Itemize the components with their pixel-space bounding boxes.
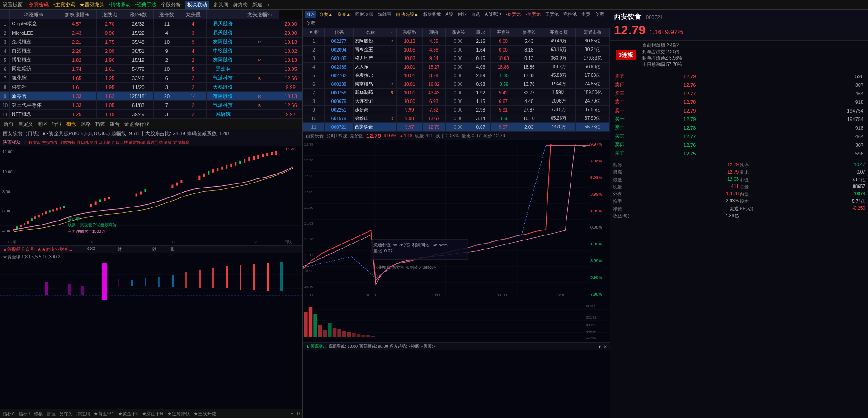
middle-tab-9[interactable]: 自选 bbox=[470, 11, 481, 18]
list-item[interactable]: 4 002336 人人乐 10.01 15.27 0.00 4.06 18.86… bbox=[303, 63, 610, 71]
table-row[interactable]: 1 Chiplet概念 4.57 2.70 26/32 11 4 易天股份 20… bbox=[0, 19, 302, 28]
table-row[interactable]: 4 白酒概念 2.20 2.09 38/51 9 4 中锐股份 10.02 bbox=[0, 47, 302, 56]
filter-tab-所有[interactable]: 所有 bbox=[2, 120, 15, 128]
ask-price[interactable]: 12.77 bbox=[682, 89, 763, 98]
filter-tab-地区[interactable]: 地区 bbox=[36, 120, 49, 128]
toolbar-管理[interactable]: 管理 bbox=[47, 411, 56, 417]
ask-price[interactable]: 12.76 bbox=[682, 80, 763, 89]
col-avg-change[interactable]: 均涨幅% bbox=[10, 10, 57, 19]
col-换手%[interactable]: 换手% bbox=[516, 28, 542, 37]
col-weighted-change[interactable]: 加权涨幅% bbox=[57, 10, 96, 19]
ask-price[interactable]: 12.79 bbox=[682, 72, 763, 80]
col-开盘%[interactable]: 开盘% bbox=[491, 28, 516, 37]
toolbar-★黄金甲1[interactable]: ★黄金甲1 bbox=[94, 411, 114, 417]
bid-price[interactable]: 12.76 bbox=[682, 141, 763, 149]
col-limit[interactable]: 涨停数 bbox=[154, 10, 180, 19]
table-row[interactable]: 9 新零售 1.33 1.62 125/181 20 14 友阿股份 R 10.… bbox=[0, 92, 302, 101]
filter-tab-证监会行业[interactable]: 证监会行业 bbox=[123, 120, 151, 128]
col-leader[interactable]: 龙头股 bbox=[180, 10, 206, 19]
list-item[interactable]: 5 002762 金发拉比 10.01 8.79 0.00 2.89 -1.00… bbox=[303, 71, 610, 80]
table-row[interactable]: 5 博彩概念 1.82 1.90 15/19 2 2 友阿股份 R 10.13 bbox=[0, 56, 302, 65]
nav-power-rank[interactable]: 势力榜 bbox=[233, 1, 248, 8]
col-▼ 指[interactable]: ▼ 指 bbox=[303, 28, 325, 37]
list-item[interactable]: 6 600238 海南椰岛 R 10.01 16.82 0.00 0.98 -0… bbox=[303, 80, 610, 89]
list-item[interactable]: 2 002094 青岛金王 10.05 4.38 0.00 1.64 0.00 … bbox=[303, 46, 610, 54]
toolbar-指标B[interactable]: 指标B bbox=[19, 411, 31, 417]
col-up5[interactable]: 涨5%数 bbox=[123, 10, 154, 19]
middle-tab-15[interactable]: 主宽 bbox=[580, 11, 592, 18]
toolbar-指标A[interactable]: 指标A bbox=[3, 411, 15, 417]
list-item[interactable]: 7 000756 新华制药 R 10.01 43.43 0.00 1.92 5.… bbox=[303, 89, 610, 97]
table-row[interactable]: 11 NFT概念 1.25 1.15 39/49 3 2 风语筑 9.97 bbox=[0, 110, 302, 119]
col-量比[interactable]: 量比 bbox=[471, 28, 491, 37]
middle-tab-4[interactable]: 短线宝 bbox=[377, 11, 393, 18]
nav-stock-analysis[interactable]: 个股分析 bbox=[161, 1, 181, 8]
signal-settings[interactable]: ▼ bbox=[598, 344, 602, 349]
col-leader-pct[interactable]: 龙头涨幅% bbox=[240, 10, 279, 19]
toolbar-★三线开花[interactable]: ★三线开花 bbox=[193, 411, 216, 417]
list-item[interactable]: 1 002277 友阿股份 R 10.13 4.35 0.00 2.16 0.0… bbox=[303, 37, 610, 46]
toolbar-另存为[interactable]: 另存为 bbox=[59, 411, 73, 417]
middle-tab-10[interactable]: A创宽池 bbox=[483, 11, 503, 18]
ask-price[interactable]: 12.78 bbox=[682, 98, 763, 106]
filter-tab-自定义[interactable]: 自定义 bbox=[16, 120, 35, 128]
middle-tab-0[interactable]: ◁ ▷ bbox=[305, 11, 316, 18]
nav-advance-leader[interactable]: ★晋级龙头 bbox=[80, 1, 104, 8]
nav-layout[interactable]: 设置版面 bbox=[3, 1, 23, 8]
col-开盘金额[interactable]: 开盘金额 bbox=[542, 28, 576, 37]
col-ratio[interactable]: 涨跌比 bbox=[96, 10, 123, 19]
list-item[interactable]: 8 000679 大连友谊 10.00 6.93 0.00 1.15 6.67 … bbox=[303, 97, 610, 106]
filter-tab-行业[interactable]: 行业 bbox=[50, 120, 64, 128]
middle-tab-5[interactable]: 自动选股▲ bbox=[395, 11, 420, 18]
toolbar-模板[interactable]: 模板 bbox=[34, 411, 43, 417]
list-item[interactable]: 11 000721 西安饮食 9.97 12.79 0.00 0.07 9.97… bbox=[303, 123, 610, 132]
filter-tab-指数[interactable]: 指数 bbox=[94, 120, 107, 128]
col-现价[interactable]: 现价 bbox=[422, 28, 445, 37]
middle-tab-1[interactable]: 分类▲ bbox=[318, 11, 334, 18]
list-item[interactable]: 10 601579 会稽山 R 9.98 13.67 0.00 3.14 -0.… bbox=[303, 114, 610, 123]
bid-price[interactable]: 12.79 bbox=[682, 115, 763, 123]
middle-tab-14[interactable]: 竞控池 bbox=[562, 11, 578, 18]
filter-tab-风格[interactable]: 风格 bbox=[79, 120, 93, 128]
col-•[interactable]: • bbox=[387, 28, 396, 37]
table-row[interactable]: 3 免税概念 2.21 1.75 35/48 10 9 友阿股份 R 10.13 bbox=[0, 38, 302, 47]
middle-tab-6[interactable]: 板块指数 bbox=[422, 11, 443, 18]
bid-price[interactable]: 12.75 bbox=[682, 149, 763, 158]
middle-tab-7[interactable]: A股 bbox=[444, 11, 455, 18]
list-item[interactable]: 3 600185 格力地产 10.03 9.54 0.00 0.15 10.03… bbox=[303, 54, 610, 63]
table-row[interactable]: 10 第三代半导体 1.33 1.05 61/83 7 2 气派科技 K 12.… bbox=[0, 101, 302, 110]
nav-main-code[interactable]: •主宽密码 bbox=[53, 1, 75, 8]
table-row[interactable]: 6 网红经济 1.74 1.61 54/76 10 5 黑芝麻 10.05 bbox=[0, 65, 302, 74]
middle-tab-13[interactable]: 王宽池 bbox=[544, 11, 560, 18]
col-涨速%[interactable]: 涨速% bbox=[445, 28, 471, 37]
table-row[interactable]: 2 MicroLED 2.43 0.96 15/22 4 3 易天股份 20.0… bbox=[0, 28, 302, 38]
toolbar-绑定到[interactable]: 绑定到 bbox=[76, 411, 90, 417]
middle-tab-2[interactable]: 资金▲ bbox=[336, 11, 352, 18]
bid-price[interactable]: 12.78 bbox=[682, 123, 763, 132]
nav-new[interactable]: 新建 bbox=[252, 1, 262, 8]
ask-price[interactable]: 12.79 bbox=[682, 106, 763, 115]
nav-classic-method[interactable]: •经典手法 bbox=[135, 1, 157, 8]
bid-price[interactable]: 12.77 bbox=[682, 132, 763, 141]
filter-tab-概念[interactable]: 概念 bbox=[65, 120, 78, 128]
col-涨幅%[interactable]: 涨幅% bbox=[396, 28, 422, 37]
filter-tab-组合[interactable]: 组合 bbox=[108, 120, 122, 128]
middle-tab-3[interactable]: 即时决策 bbox=[354, 11, 375, 18]
toolbar-plusminus[interactable]: + - 0 bbox=[291, 411, 300, 416]
nav-create-code[interactable]: •创宽密码 bbox=[27, 1, 49, 8]
toolbar-★黄金甲5[interactable]: ★黄金甲5 bbox=[118, 411, 139, 417]
middle-tab-16[interactable]: 创宽 bbox=[594, 11, 605, 18]
middle-tab-17[interactable]: 创宽 bbox=[305, 20, 316, 27]
signal-close[interactable]: ✕ bbox=[604, 344, 607, 349]
nav-multi-eagle[interactable]: 多头鹰 bbox=[213, 1, 228, 8]
middle-tab-12[interactable]: •主宽龙 bbox=[524, 11, 542, 18]
middle-tab-8[interactable]: 创业 bbox=[456, 11, 468, 18]
nav-add-tab[interactable]: + bbox=[267, 2, 269, 8]
col-流通市值[interactable]: 流通市值 bbox=[576, 28, 610, 37]
table-row[interactable]: 8 供销社 1.61 1.95 11/20 3 2 天鹅股份 9.99 bbox=[0, 83, 302, 92]
col-代码[interactable]: 代码 bbox=[325, 28, 354, 37]
col-名称[interactable]: 名称 bbox=[354, 28, 387, 37]
nav-emotion-change[interactable]: •情绪异动 bbox=[109, 1, 131, 8]
list-item[interactable]: 9 002251 步步高 9.99 7.82 0.00 2.98 5.91 27… bbox=[303, 106, 610, 114]
toolbar-★穿山甲R[interactable]: ★穿山甲R bbox=[142, 411, 163, 417]
